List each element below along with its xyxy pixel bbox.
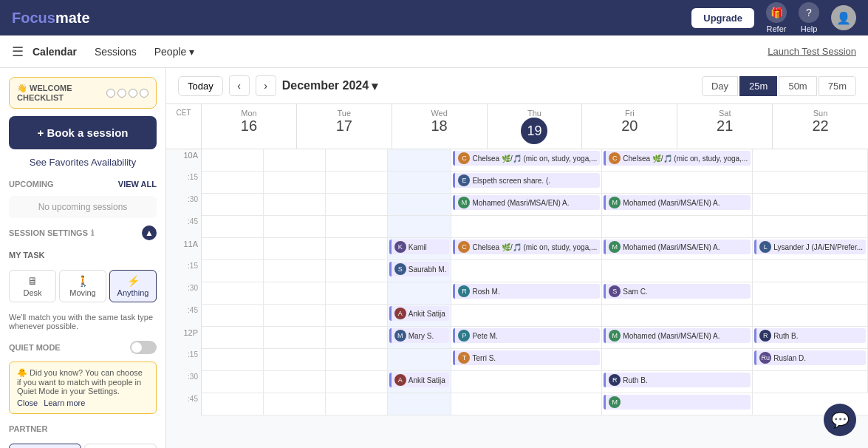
cell-tue-11-30[interactable]: [264, 282, 326, 305]
partner-favorites-button[interactable]: ⭐ Solo Favorite: [9, 444, 81, 448]
event-sat-10a-1[interactable]: C Chelsea 🌿/🎵 (mic on, study, yoga,...: [604, 151, 751, 166]
cell-sat-10-30[interactable]: M Mohamed (Masri/MSA/EN) A.: [602, 194, 753, 216]
cell-sat-12p[interactable]: M Mohamed (Masri/MSA/EN) A.: [602, 327, 753, 349]
month-label[interactable]: December 2024 ▾: [282, 79, 377, 93]
cell-mon-12-15[interactable]: [202, 349, 264, 371]
partner-global-button[interactable]: 🌐 Global: [84, 444, 157, 448]
cell-fri-12-30[interactable]: [451, 371, 602, 393]
cell-fri-10-45[interactable]: [451, 216, 602, 238]
cell-sun-11-45[interactable]: [753, 305, 868, 327]
hamburger-menu[interactable]: ☰: [12, 44, 24, 60]
cell-mon-11-45[interactable]: [202, 305, 264, 327]
cell-sun-11a[interactable]: L Lysander J (JA/EN/Prefer...: [753, 238, 868, 260]
cell-tue-11-45[interactable]: [264, 305, 326, 327]
cell-sat-12-45[interactable]: M: [602, 393, 753, 415]
cell-fri-11-45[interactable]: [451, 305, 602, 327]
cell-tue-10-45[interactable]: [264, 216, 326, 238]
view-day-button[interactable]: Day: [702, 76, 738, 96]
cell-fri-11-30[interactable]: R Rosh M.: [451, 282, 602, 305]
cell-wed-11-15[interactable]: [326, 260, 388, 282]
event-sat-10-30-mohamed[interactable]: M Mohamed (Masri/MSA/EN) A.: [604, 195, 751, 210]
cell-tue-10-30[interactable]: [264, 194, 326, 216]
cell-sun-12-30[interactable]: [753, 371, 868, 393]
cell-sun-12-15[interactable]: Ru Ruslan D.: [753, 349, 868, 371]
launch-test-link[interactable]: Launch Test Session: [768, 46, 856, 57]
cell-thu-11a[interactable]: K Kamil: [388, 238, 452, 260]
event-fri-10a-1[interactable]: C Chelsea 🌿/🎵 (mic on, study, yoga,...: [453, 151, 600, 166]
cell-mon-11-15[interactable]: [202, 260, 264, 282]
event-thu-12-30-ankit[interactable]: A Ankit Satija: [389, 373, 450, 387]
cell-mon-10-15[interactable]: [202, 172, 264, 194]
cell-sat-11a[interactable]: M Mohamed (Masri/MSA/EN) A.: [602, 238, 753, 260]
cell-mon-10-30[interactable]: [202, 194, 264, 216]
event-fri-12p-pete[interactable]: P Pete M.: [453, 328, 600, 343]
cell-fri-12-15[interactable]: T Terri S.: [451, 349, 602, 371]
event-fri-11a-chelsea[interactable]: C Chelsea 🌿/🎵 (mic on, study, yoga,...: [453, 240, 600, 254]
next-arrow[interactable]: ›: [256, 75, 276, 96]
cell-sat-11-45[interactable]: [602, 305, 753, 327]
cell-sun-10-45[interactable]: [753, 216, 868, 238]
cell-wed-12-30[interactable]: [326, 371, 388, 393]
settings-info-icon[interactable]: ℹ: [91, 228, 94, 238]
cell-wed-10a[interactable]: [326, 149, 388, 172]
cell-mon-11-30[interactable]: [202, 282, 264, 305]
cell-tue-12-15[interactable]: [264, 349, 326, 371]
cell-sat-10a[interactable]: C Chelsea 🌿/🎵 (mic on, study, yoga,...: [602, 149, 753, 172]
user-avatar[interactable]: 👤: [831, 5, 856, 30]
event-fri-11-30-rosh[interactable]: R Rosh M.: [453, 284, 600, 299]
event-sat-12p-mohamed[interactable]: M Mohamed (Masri/MSA/EN) A.: [604, 328, 751, 343]
nav-sessions[interactable]: Sessions: [95, 46, 137, 58]
cell-sat-12-30[interactable]: R Ruth B.: [602, 371, 753, 393]
cell-sun-12p[interactable]: R Ruth B.: [753, 327, 868, 349]
cell-fri-10a[interactable]: C Chelsea 🌿/🎵 (mic on, study, yoga,...: [451, 149, 602, 172]
event-sun-12-15-ruslan[interactable]: Ru Ruslan D.: [754, 350, 866, 365]
nav-calendar[interactable]: Calendar: [33, 46, 77, 58]
event-fri-12-15-terri[interactable]: T Terri S.: [453, 350, 600, 365]
cell-tue-10-15[interactable]: [264, 172, 326, 194]
cell-wed-11-45[interactable]: [326, 305, 388, 327]
cell-sat-11-15[interactable]: [602, 260, 753, 282]
cell-sun-11-15[interactable]: [753, 260, 868, 282]
view-75m-button[interactable]: 75m: [819, 76, 856, 96]
cell-tue-10a[interactable]: [264, 149, 326, 172]
settings-toggle[interactable]: ▲: [142, 225, 157, 240]
cell-mon-10a[interactable]: [202, 149, 264, 172]
cell-wed-12-45[interactable]: [326, 393, 388, 415]
cell-thu-10-15[interactable]: [388, 172, 452, 194]
view-25m-button[interactable]: 25m: [739, 76, 777, 96]
cell-thu-10-45[interactable]: [388, 216, 452, 238]
upgrade-button[interactable]: Upgrade: [691, 8, 754, 28]
cell-tue-11-15[interactable]: [264, 260, 326, 282]
cell-wed-10-15[interactable]: [326, 172, 388, 194]
cell-tue-12-30[interactable]: [264, 371, 326, 393]
cell-sat-10-15[interactable]: [602, 172, 753, 194]
chat-bubble[interactable]: 💬: [824, 404, 856, 436]
cell-thu-12p[interactable]: M Mary S.: [388, 327, 452, 349]
cell-thu-10a[interactable]: [388, 149, 452, 172]
view-50m-button[interactable]: 50m: [779, 76, 816, 96]
quiet-learn-link[interactable]: Learn more: [44, 398, 85, 407]
cell-tue-11a[interactable]: [264, 238, 326, 260]
cell-thu-12-45[interactable]: [388, 393, 452, 415]
cell-tue-12p[interactable]: [264, 327, 326, 349]
cell-sat-11-30[interactable]: S Sam C.: [602, 282, 753, 305]
cell-sun-10-30[interactable]: [753, 194, 868, 216]
cell-thu-10-30[interactable]: [388, 194, 452, 216]
quiet-mode-toggle[interactable]: [130, 341, 157, 354]
see-favorites-link[interactable]: See Favorites Availability: [9, 157, 157, 168]
event-sat-12-30-ruth[interactable]: R Ruth B.: [604, 373, 751, 387]
cell-wed-11a[interactable]: [326, 238, 388, 260]
cell-wed-11-30[interactable]: [326, 282, 388, 305]
event-fri-10-30-mohamed[interactable]: M Mohamed (Masri/MSA/EN) A.: [453, 195, 600, 210]
cell-fri-10-30[interactable]: M Mohamed (Masri/MSA/EN) A.: [451, 194, 602, 216]
event-thu-12p-mary[interactable]: M Mary S.: [389, 328, 450, 343]
prev-arrow[interactable]: ‹: [229, 75, 250, 96]
cell-wed-10-45[interactable]: [326, 216, 388, 238]
logo[interactable]: Focusmate: [12, 10, 90, 27]
cell-sat-12-15[interactable]: [602, 349, 753, 371]
cell-fri-12-45[interactable]: [451, 393, 602, 415]
task-desk-button[interactable]: 🖥 Desk: [9, 270, 56, 302]
cell-mon-12-30[interactable]: [202, 371, 264, 393]
cell-thu-11-45[interactable]: A Ankit Satija: [388, 305, 452, 327]
cell-wed-12p[interactable]: [326, 327, 388, 349]
